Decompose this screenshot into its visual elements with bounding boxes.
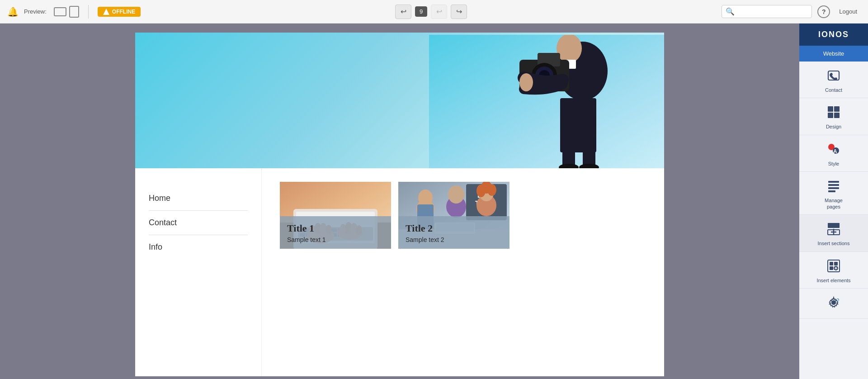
svg-rect-82: [830, 266, 833, 270]
svg-rect-79: [828, 260, 840, 272]
search-input[interactable]: [736, 8, 809, 15]
desktop-preview-icon[interactable]: [54, 7, 66, 16]
panel-item-manage-pages[interactable]: Manage pages: [799, 172, 868, 215]
svg-rect-81: [834, 262, 838, 265]
undo-button-2[interactable]: ↩: [431, 5, 447, 19]
content-section: Home Contact Info: [135, 168, 664, 376]
svg-rect-80: [830, 262, 833, 265]
style-icon: A: [827, 142, 840, 159]
toolbar-divider: [88, 5, 89, 19]
tablet-preview-icon[interactable]: [69, 6, 79, 18]
nav-item-home[interactable]: Home: [149, 186, 248, 211]
page-container: Home Contact Info: [135, 33, 664, 376]
toolbar-right: 🔍 ? Logout: [722, 5, 861, 18]
svg-point-9: [519, 73, 533, 91]
main-content: Title 1 Sample text 1: [262, 168, 664, 376]
panel-item-style[interactable]: A Style: [799, 135, 868, 172]
search-icon: 🔍: [726, 7, 735, 16]
hero-section: [135, 33, 664, 168]
svg-rect-74: [828, 190, 835, 192]
design-label: Design: [826, 123, 841, 130]
svg-rect-75: [828, 223, 840, 228]
panel-item-settings[interactable]: [799, 289, 868, 319]
website-tab[interactable]: Website: [799, 46, 868, 62]
card-1[interactable]: Title 1 Sample text 1: [280, 182, 391, 249]
right-panel: IONOS Website Contact: [799, 24, 868, 379]
card-1-title: Title 1: [287, 223, 384, 234]
brand-name: IONOS: [818, 30, 849, 39]
svg-point-2: [557, 35, 582, 63]
preview-label: Preview:: [24, 8, 47, 15]
cards-row: Title 1 Sample text 1: [280, 182, 646, 249]
svg-rect-65: [834, 106, 840, 112]
design-icon: [827, 105, 840, 122]
help-button[interactable]: ?: [817, 5, 830, 18]
card-1-text: Sample text 1: [287, 236, 384, 243]
logout-button[interactable]: Logout: [835, 6, 861, 17]
offline-icon: [103, 9, 109, 15]
svg-point-87: [831, 300, 836, 305]
notification-bell-icon[interactable]: 🔔: [7, 6, 19, 17]
insert-elements-icon: [827, 259, 840, 275]
svg-rect-64: [828, 106, 833, 112]
canvas-area: Home Contact Info: [0, 24, 799, 379]
manage-pages-icon: [827, 179, 840, 195]
settings-icon: [827, 296, 840, 312]
contact-label: Contact: [825, 87, 842, 93]
offline-label: OFFLINE: [112, 9, 135, 15]
card-2-text: Sample text 2: [406, 236, 502, 243]
card-2[interactable]: BIS TER: [398, 182, 509, 249]
history-count-badge[interactable]: 9: [415, 6, 427, 17]
undo-button[interactable]: ↩: [395, 5, 411, 19]
card-2-title: Title 2: [406, 223, 502, 234]
hero-image: [429, 35, 664, 168]
card-2-overlay: Title 2 Sample text 2: [398, 216, 509, 249]
toolbar: 🔔 Preview: OFFLINE ↩ 9 ↩ ↪ 🔍 ? Logout: [0, 0, 868, 24]
card-1-overlay: Title 1 Sample text 1: [280, 216, 391, 249]
insert-sections-icon: [827, 222, 840, 238]
panel-item-design[interactable]: Design: [799, 98, 868, 135]
svg-rect-67: [834, 113, 840, 118]
svg-rect-73: [828, 187, 839, 189]
panel-item-insert-sections[interactable]: Insert sections: [799, 215, 868, 251]
svg-point-52: [418, 190, 433, 206]
svg-rect-72: [828, 184, 839, 186]
offline-badge[interactable]: OFFLINE: [98, 7, 141, 17]
left-nav: Home Contact Info: [135, 168, 262, 376]
style-label: Style: [828, 161, 839, 167]
svg-rect-71: [828, 181, 839, 183]
manage-pages-label: Manage pages: [825, 197, 843, 210]
redo-button[interactable]: ↪: [451, 5, 467, 19]
insert-elements-label: Insert elements: [816, 277, 850, 284]
panel-item-contact[interactable]: Contact: [799, 62, 868, 98]
contact-icon: [827, 69, 840, 85]
main-layout: Home Contact Info: [0, 24, 868, 379]
brand-header: IONOS: [799, 24, 868, 46]
svg-point-55: [448, 185, 464, 204]
nav-item-info[interactable]: Info: [149, 235, 248, 259]
svg-rect-66: [828, 113, 833, 118]
panel-item-insert-elements[interactable]: Insert elements: [799, 252, 868, 289]
preview-device-icons: [54, 6, 79, 18]
toolbar-center: ↩ 9 ↩ ↪: [146, 5, 716, 19]
svg-point-60: [487, 184, 496, 196]
nav-item-contact[interactable]: Contact: [149, 211, 248, 235]
search-box[interactable]: 🔍: [722, 5, 812, 18]
svg-text:A: A: [833, 148, 837, 155]
insert-sections-label: Insert sections: [818, 240, 850, 246]
